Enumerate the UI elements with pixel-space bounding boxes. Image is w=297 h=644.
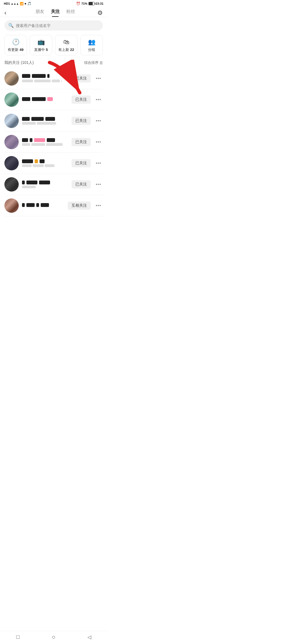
name-block (31, 117, 44, 121)
avatar (4, 92, 19, 107)
name-block (39, 181, 50, 184)
avatar (4, 156, 19, 170)
name-block (26, 203, 35, 207)
more-button[interactable]: ••• (94, 138, 103, 146)
avatar (4, 114, 19, 128)
user-item: 互相关注 ••• (4, 195, 103, 216)
wechat-icon: ● (24, 2, 26, 6)
settings-button[interactable]: ⚙ (97, 9, 103, 17)
new-items-icon: 🛍 (63, 39, 69, 46)
back-button[interactable]: ‹ (4, 9, 13, 17)
chevron-right-icon: › (61, 79, 62, 83)
user-info (22, 97, 68, 102)
nav-divider (0, 17, 107, 17)
category-updates[interactable]: 🕐 有更新 49 (4, 35, 27, 55)
name-block (30, 138, 32, 142)
user-info: › (22, 74, 68, 83)
user-item: 已关注 ••• (4, 174, 103, 195)
search-input[interactable] (16, 23, 99, 28)
avatar-image (4, 156, 19, 170)
updates-icon: 🕐 (12, 39, 20, 46)
category-new-items[interactable]: 🛍 有上新 22 (55, 35, 78, 55)
sort-icon: ☰ (100, 61, 103, 65)
category-groups[interactable]: 👥 分组 (80, 35, 103, 55)
desc-block (33, 164, 44, 167)
sort-button[interactable]: 综合排序 ☰ (84, 60, 103, 65)
desc-block (31, 143, 45, 146)
name-block (22, 138, 28, 142)
more-button[interactable]: ••• (94, 202, 103, 209)
user-name-row (22, 74, 68, 78)
user-list: › 已关注 ••• 已关注 ••• (0, 68, 107, 216)
network-icon: ▲▲▲ (11, 2, 19, 5)
desc-block (46, 143, 63, 146)
name-block (40, 159, 45, 163)
tab-following[interactable]: 关注 (51, 9, 60, 17)
user-desc (22, 143, 68, 146)
battery-percent: 71% (81, 2, 87, 5)
avatar-image (4, 177, 19, 192)
section-header: 我的关注 (101人) 综合排序 ☰ (0, 60, 107, 65)
user-desc (22, 185, 68, 188)
extra-padding (0, 216, 107, 233)
name-block (36, 203, 39, 207)
battery-fill (89, 2, 93, 5)
more-button[interactable]: ••• (94, 160, 103, 167)
name-block (41, 203, 49, 207)
user-name-row (22, 117, 68, 121)
name-block (26, 181, 37, 184)
user-info (22, 138, 68, 146)
top-nav: ‹ 朋友 关注 粉丝 ⚙ (0, 7, 107, 17)
user-name-row (22, 97, 68, 101)
user-item: 已关注 ••• (4, 89, 103, 110)
avatar-image (4, 92, 19, 107)
desc-block (45, 164, 54, 167)
avatar (4, 177, 19, 192)
user-info (22, 159, 68, 167)
name-block (22, 97, 30, 101)
status-bar: HD1 ▲▲▲ 📶 ● 🎵 ⏰ 71% 23:31 (0, 0, 107, 7)
user-item: 已关注 ••• (4, 153, 103, 174)
follow-button[interactable]: 已关注 (72, 180, 91, 189)
more-button[interactable]: ••• (94, 75, 103, 82)
sort-label: 综合排序 (84, 60, 98, 65)
updates-label: 有更新 49 (8, 47, 23, 52)
user-name-row (22, 159, 68, 163)
avatar-image (4, 71, 19, 86)
follow-button[interactable]: 已关注 (72, 117, 91, 125)
name-block (22, 74, 30, 78)
groups-label: 分组 (88, 47, 95, 52)
tab-friends[interactable]: 朋友 (35, 9, 44, 17)
name-block (32, 74, 46, 78)
status-left: HD1 ▲▲▲ 📶 ● 🎵 (4, 2, 31, 6)
desc-block (52, 80, 60, 82)
tab-fans[interactable]: 粉丝 (66, 9, 75, 17)
user-name-row (22, 203, 64, 207)
name-block (32, 97, 46, 101)
more-button[interactable]: ••• (94, 96, 103, 103)
follow-button[interactable]: 已关注 (72, 159, 91, 167)
mutual-follow-button[interactable]: 互相关注 (68, 201, 91, 210)
user-info (22, 117, 68, 125)
avatar (4, 135, 19, 149)
category-live[interactable]: 📺 直播中 5 (30, 35, 52, 55)
user-item: 已关注 ••• (4, 132, 103, 153)
user-desc: › (22, 79, 68, 83)
follow-button[interactable]: 已关注 (72, 138, 91, 146)
name-block (45, 117, 55, 121)
search-bar[interactable]: 🔍 (4, 20, 103, 31)
name-block (22, 117, 30, 121)
follow-button[interactable]: 已关注 (72, 74, 91, 83)
time-label: 23:31 (96, 2, 103, 5)
more-button[interactable]: ••• (94, 117, 103, 124)
follow-button[interactable]: 已关注 (72, 95, 91, 104)
live-icon: 📺 (37, 39, 45, 46)
desc-block (22, 185, 36, 188)
desc-block (22, 143, 30, 146)
avatar (4, 198, 19, 213)
more-button[interactable]: ••• (94, 181, 103, 188)
music-icon: 🎵 (27, 2, 31, 6)
desc-block (37, 122, 56, 125)
battery-icon (89, 2, 95, 5)
live-label: 直播中 5 (34, 47, 48, 52)
